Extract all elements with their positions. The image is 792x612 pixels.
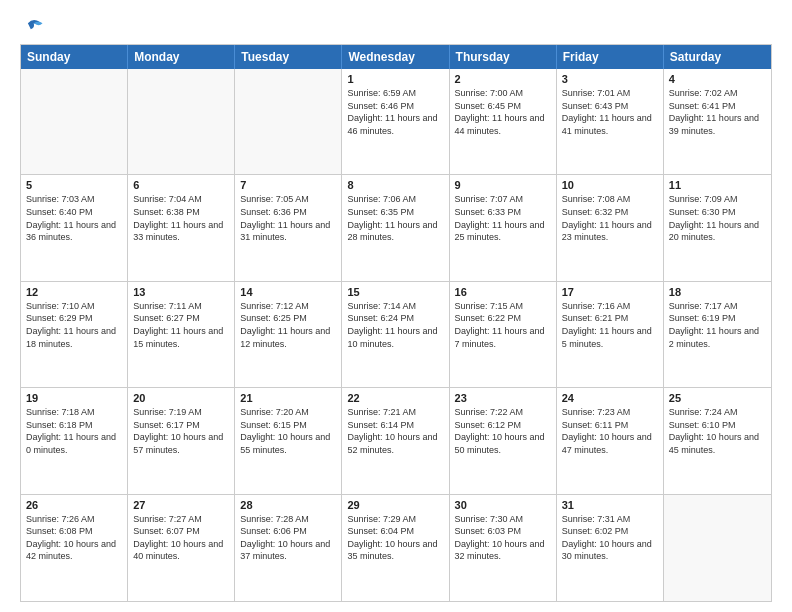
- cell-info: Sunrise: 7:16 AM Sunset: 6:21 PM Dayligh…: [562, 300, 658, 350]
- cell-date: 25: [669, 392, 766, 404]
- cell-date: 13: [133, 286, 229, 298]
- header-monday: Monday: [128, 45, 235, 69]
- calendar-week-3: 12Sunrise: 7:10 AM Sunset: 6:29 PM Dayli…: [21, 282, 771, 388]
- calendar-cell: [664, 495, 771, 601]
- calendar-cell: 27Sunrise: 7:27 AM Sunset: 6:07 PM Dayli…: [128, 495, 235, 601]
- calendar-cell: 8Sunrise: 7:06 AM Sunset: 6:35 PM Daylig…: [342, 175, 449, 280]
- cell-date: 11: [669, 179, 766, 191]
- cell-info: Sunrise: 7:17 AM Sunset: 6:19 PM Dayligh…: [669, 300, 766, 350]
- calendar-cell: 12Sunrise: 7:10 AM Sunset: 6:29 PM Dayli…: [21, 282, 128, 387]
- cell-date: 3: [562, 73, 658, 85]
- cell-info: Sunrise: 7:18 AM Sunset: 6:18 PM Dayligh…: [26, 406, 122, 456]
- calendar-cell: 4Sunrise: 7:02 AM Sunset: 6:41 PM Daylig…: [664, 69, 771, 174]
- logo: [20, 16, 44, 38]
- cell-date: 4: [669, 73, 766, 85]
- calendar-cell: 29Sunrise: 7:29 AM Sunset: 6:04 PM Dayli…: [342, 495, 449, 601]
- cell-date: 29: [347, 499, 443, 511]
- calendar: Sunday Monday Tuesday Wednesday Thursday…: [20, 44, 772, 602]
- cell-date: 27: [133, 499, 229, 511]
- cell-info: Sunrise: 7:02 AM Sunset: 6:41 PM Dayligh…: [669, 87, 766, 137]
- cell-info: Sunrise: 7:00 AM Sunset: 6:45 PM Dayligh…: [455, 87, 551, 137]
- header-saturday: Saturday: [664, 45, 771, 69]
- cell-date: 10: [562, 179, 658, 191]
- cell-date: 30: [455, 499, 551, 511]
- cell-info: Sunrise: 7:29 AM Sunset: 6:04 PM Dayligh…: [347, 513, 443, 563]
- calendar-cell: 6Sunrise: 7:04 AM Sunset: 6:38 PM Daylig…: [128, 175, 235, 280]
- calendar-cell: 23Sunrise: 7:22 AM Sunset: 6:12 PM Dayli…: [450, 388, 557, 493]
- cell-date: 19: [26, 392, 122, 404]
- cell-date: 12: [26, 286, 122, 298]
- calendar-cell: [235, 69, 342, 174]
- cell-date: 22: [347, 392, 443, 404]
- calendar-week-2: 5Sunrise: 7:03 AM Sunset: 6:40 PM Daylig…: [21, 175, 771, 281]
- cell-date: 23: [455, 392, 551, 404]
- calendar-cell: 16Sunrise: 7:15 AM Sunset: 6:22 PM Dayli…: [450, 282, 557, 387]
- header-friday: Friday: [557, 45, 664, 69]
- calendar-cell: 10Sunrise: 7:08 AM Sunset: 6:32 PM Dayli…: [557, 175, 664, 280]
- calendar-cell: 31Sunrise: 7:31 AM Sunset: 6:02 PM Dayli…: [557, 495, 664, 601]
- cell-date: 17: [562, 286, 658, 298]
- day-headers: Sunday Monday Tuesday Wednesday Thursday…: [21, 45, 771, 69]
- calendar-cell: 18Sunrise: 7:17 AM Sunset: 6:19 PM Dayli…: [664, 282, 771, 387]
- cell-date: 6: [133, 179, 229, 191]
- calendar-cell: 25Sunrise: 7:24 AM Sunset: 6:10 PM Dayli…: [664, 388, 771, 493]
- calendar-cell: [21, 69, 128, 174]
- calendar-cell: 17Sunrise: 7:16 AM Sunset: 6:21 PM Dayli…: [557, 282, 664, 387]
- cell-info: Sunrise: 7:06 AM Sunset: 6:35 PM Dayligh…: [347, 193, 443, 243]
- cell-info: Sunrise: 7:26 AM Sunset: 6:08 PM Dayligh…: [26, 513, 122, 563]
- cell-date: 9: [455, 179, 551, 191]
- cell-info: Sunrise: 7:07 AM Sunset: 6:33 PM Dayligh…: [455, 193, 551, 243]
- calendar-cell: 21Sunrise: 7:20 AM Sunset: 6:15 PM Dayli…: [235, 388, 342, 493]
- cell-date: 2: [455, 73, 551, 85]
- calendar-week-4: 19Sunrise: 7:18 AM Sunset: 6:18 PM Dayli…: [21, 388, 771, 494]
- cell-info: Sunrise: 7:12 AM Sunset: 6:25 PM Dayligh…: [240, 300, 336, 350]
- cell-info: Sunrise: 7:04 AM Sunset: 6:38 PM Dayligh…: [133, 193, 229, 243]
- cell-info: Sunrise: 7:15 AM Sunset: 6:22 PM Dayligh…: [455, 300, 551, 350]
- cell-info: Sunrise: 7:11 AM Sunset: 6:27 PM Dayligh…: [133, 300, 229, 350]
- calendar-cell: 19Sunrise: 7:18 AM Sunset: 6:18 PM Dayli…: [21, 388, 128, 493]
- cell-date: 26: [26, 499, 122, 511]
- cell-info: Sunrise: 7:28 AM Sunset: 6:06 PM Dayligh…: [240, 513, 336, 563]
- cell-date: 31: [562, 499, 658, 511]
- cell-info: Sunrise: 7:21 AM Sunset: 6:14 PM Dayligh…: [347, 406, 443, 456]
- cell-info: Sunrise: 7:03 AM Sunset: 6:40 PM Dayligh…: [26, 193, 122, 243]
- cell-date: 24: [562, 392, 658, 404]
- cell-info: Sunrise: 7:09 AM Sunset: 6:30 PM Dayligh…: [669, 193, 766, 243]
- calendar-week-1: 1Sunrise: 6:59 AM Sunset: 6:46 PM Daylig…: [21, 69, 771, 175]
- cell-info: Sunrise: 7:27 AM Sunset: 6:07 PM Dayligh…: [133, 513, 229, 563]
- calendar-cell: 3Sunrise: 7:01 AM Sunset: 6:43 PM Daylig…: [557, 69, 664, 174]
- cell-info: Sunrise: 7:22 AM Sunset: 6:12 PM Dayligh…: [455, 406, 551, 456]
- cell-date: 28: [240, 499, 336, 511]
- calendar-cell: 26Sunrise: 7:26 AM Sunset: 6:08 PM Dayli…: [21, 495, 128, 601]
- header-sunday: Sunday: [21, 45, 128, 69]
- cell-date: 14: [240, 286, 336, 298]
- cell-date: 15: [347, 286, 443, 298]
- cell-info: Sunrise: 7:24 AM Sunset: 6:10 PM Dayligh…: [669, 406, 766, 456]
- calendar-cell: 5Sunrise: 7:03 AM Sunset: 6:40 PM Daylig…: [21, 175, 128, 280]
- cell-date: 1: [347, 73, 443, 85]
- cell-info: Sunrise: 7:19 AM Sunset: 6:17 PM Dayligh…: [133, 406, 229, 456]
- cell-date: 5: [26, 179, 122, 191]
- header-thursday: Thursday: [450, 45, 557, 69]
- calendar-cell: 11Sunrise: 7:09 AM Sunset: 6:30 PM Dayli…: [664, 175, 771, 280]
- logo-bird-icon: [22, 16, 44, 38]
- cell-info: Sunrise: 7:20 AM Sunset: 6:15 PM Dayligh…: [240, 406, 336, 456]
- cell-date: 8: [347, 179, 443, 191]
- calendar-week-5: 26Sunrise: 7:26 AM Sunset: 6:08 PM Dayli…: [21, 495, 771, 601]
- cell-date: 21: [240, 392, 336, 404]
- calendar-cell: 14Sunrise: 7:12 AM Sunset: 6:25 PM Dayli…: [235, 282, 342, 387]
- calendar-cell: 20Sunrise: 7:19 AM Sunset: 6:17 PM Dayli…: [128, 388, 235, 493]
- cell-date: 16: [455, 286, 551, 298]
- header: [20, 16, 772, 38]
- calendar-cell: 13Sunrise: 7:11 AM Sunset: 6:27 PM Dayli…: [128, 282, 235, 387]
- cell-info: Sunrise: 7:08 AM Sunset: 6:32 PM Dayligh…: [562, 193, 658, 243]
- cell-date: 18: [669, 286, 766, 298]
- calendar-cell: 24Sunrise: 7:23 AM Sunset: 6:11 PM Dayli…: [557, 388, 664, 493]
- cell-info: Sunrise: 7:31 AM Sunset: 6:02 PM Dayligh…: [562, 513, 658, 563]
- calendar-cell: [128, 69, 235, 174]
- calendar-cell: 28Sunrise: 7:28 AM Sunset: 6:06 PM Dayli…: [235, 495, 342, 601]
- cell-date: 7: [240, 179, 336, 191]
- cell-info: Sunrise: 7:10 AM Sunset: 6:29 PM Dayligh…: [26, 300, 122, 350]
- cell-info: Sunrise: 7:23 AM Sunset: 6:11 PM Dayligh…: [562, 406, 658, 456]
- calendar-cell: 30Sunrise: 7:30 AM Sunset: 6:03 PM Dayli…: [450, 495, 557, 601]
